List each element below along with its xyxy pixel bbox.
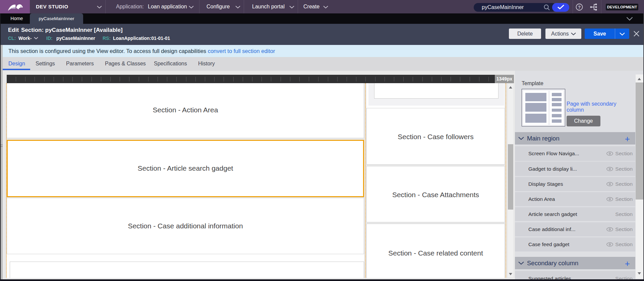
svg-text:?: ?	[578, 5, 581, 10]
